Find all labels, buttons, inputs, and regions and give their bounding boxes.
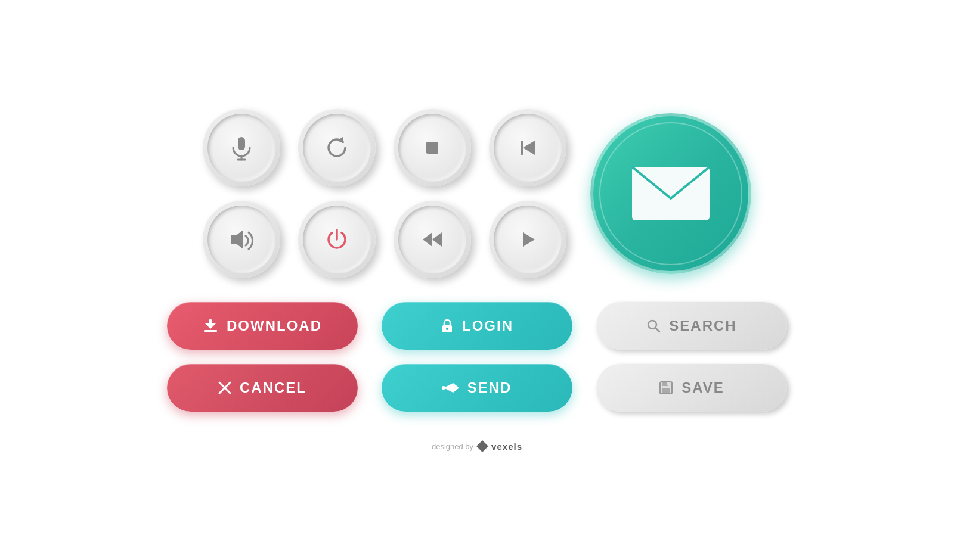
volume-button[interactable] — [203, 201, 280, 278]
skip-back-button[interactable] — [489, 109, 566, 186]
footer: designed by vexels — [432, 441, 522, 452]
search-label: SEARCH — [669, 318, 736, 334]
rect-buttons-section: DOWNLOAD LOGIN SEARCH — [167, 302, 787, 412]
mic-icon — [228, 135, 255, 161]
mail-icon — [629, 164, 713, 223]
save-label: SAVE — [682, 379, 724, 396]
mail-button[interactable] — [590, 113, 751, 274]
cancel-label: CANCEL — [240, 379, 306, 396]
circle-row-1 — [203, 109, 566, 186]
circle-row-2 — [203, 201, 566, 278]
reload-icon — [324, 135, 350, 161]
power-button[interactable] — [298, 201, 376, 278]
power-icon — [324, 226, 350, 253]
brand-text: vexels — [491, 441, 522, 452]
skip-back-icon — [515, 135, 541, 161]
svg-line-18 — [656, 328, 660, 332]
search-button[interactable]: SEARCH — [596, 302, 787, 350]
lock-icon — [441, 318, 454, 334]
svg-rect-11 — [632, 167, 710, 220]
rect-row-2: CANCEL SEND SAVE — [167, 364, 787, 412]
svg-point-23 — [442, 386, 445, 390]
reload-button[interactable] — [298, 109, 376, 186]
send-button[interactable]: SEND — [382, 364, 572, 412]
svg-rect-27 — [667, 382, 668, 385]
main-container: DOWNLOAD LOGIN SEARCH — [0, 85, 954, 475]
fast-forward-icon — [515, 226, 541, 253]
download-icon — [203, 318, 218, 334]
svg-rect-14 — [204, 330, 217, 332]
svg-rect-26 — [662, 388, 670, 393]
svg-marker-21 — [444, 383, 459, 388]
x-icon — [218, 381, 231, 394]
svg-point-16 — [446, 328, 448, 330]
download-label: DOWNLOAD — [227, 318, 322, 334]
svg-marker-22 — [444, 388, 459, 393]
save-button[interactable]: SAVE — [596, 364, 787, 412]
fast-forward-button[interactable] — [489, 201, 566, 278]
search-icon — [646, 319, 661, 333]
save-icon — [659, 381, 673, 395]
mic-button[interactable] — [203, 109, 280, 186]
circle-button-grid — [203, 109, 566, 278]
rewind-button[interactable] — [394, 201, 471, 278]
login-label: LOGIN — [462, 318, 513, 334]
send-icon — [442, 381, 459, 395]
stop-button[interactable] — [394, 109, 471, 186]
svg-rect-0 — [238, 137, 245, 150]
svg-marker-10 — [523, 232, 535, 247]
top-section — [203, 109, 751, 278]
login-button[interactable]: LOGIN — [382, 302, 572, 350]
svg-marker-7 — [231, 230, 243, 249]
svg-marker-6 — [523, 141, 535, 155]
cancel-button[interactable]: CANCEL — [167, 364, 358, 412]
svg-rect-4 — [426, 142, 438, 154]
svg-rect-13 — [209, 319, 212, 325]
designed-by-text: designed by — [432, 442, 473, 451]
svg-rect-5 — [521, 141, 523, 155]
send-label: SEND — [467, 379, 512, 396]
rewind-icon — [419, 226, 445, 253]
stop-icon — [419, 135, 445, 161]
svg-marker-9 — [432, 232, 442, 247]
svg-marker-8 — [423, 232, 432, 247]
download-button[interactable]: DOWNLOAD — [167, 302, 358, 350]
volume-icon — [228, 226, 255, 253]
rect-row-1: DOWNLOAD LOGIN SEARCH — [167, 302, 787, 350]
diamond-icon — [476, 440, 488, 452]
